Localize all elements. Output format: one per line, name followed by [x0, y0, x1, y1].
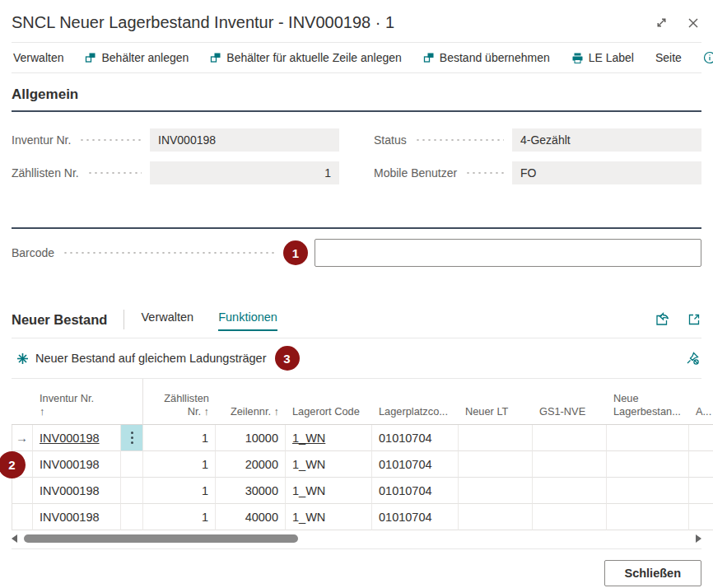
- col-lagerplatzcode[interactable]: Lagerplatzco...: [372, 379, 459, 425]
- share-icon[interactable]: [655, 312, 670, 327]
- general-fields: Inventur Nr. INV000198 Status 4-Gezählt …: [12, 128, 701, 184]
- cell-neuer-lt[interactable]: [459, 451, 533, 478]
- cell-zeilennr[interactable]: 40000: [216, 504, 286, 530]
- col-neue-lagerbestand[interactable]: Neue Lagerbestan...: [607, 379, 689, 425]
- status-label: Status: [374, 133, 407, 147]
- cell-neuer-lt[interactable]: [459, 504, 533, 530]
- table-row: INV000198 1 30000 1_WN 01010704: [12, 478, 713, 504]
- lagerort-code-link[interactable]: 1_WN: [292, 432, 325, 445]
- tab-verwalten[interactable]: Verwalten: [141, 310, 193, 329]
- cell-zaehllisten-nr[interactable]: 1: [143, 425, 216, 451]
- barcode-label: Barcode: [12, 246, 54, 259]
- dialog-page: SNCL Neuer Lagerbestand Inventur - INV00…: [0, 0, 713, 588]
- cell-zaehllisten-nr[interactable]: 1: [143, 451, 216, 478]
- cell-inventur-nr[interactable]: INV000198: [33, 451, 121, 478]
- toolbar-item-seite[interactable]: Seite: [655, 51, 682, 64]
- cell-inventur-nr[interactable]: INV000198: [33, 504, 121, 530]
- col-neuer-lt[interactable]: Neuer LT: [459, 379, 533, 425]
- subpage-header: Neuer Bestand Verwalten Funktionen: [12, 306, 701, 333]
- row-menu-cell[interactable]: [121, 478, 143, 504]
- cell-lagerplatzcode[interactable]: 01010704: [372, 425, 459, 451]
- cell-a[interactable]: [689, 504, 713, 530]
- toolbar-item-verwalten[interactable]: Verwalten: [13, 51, 63, 64]
- cell-neue-lagerbestand[interactable]: [607, 478, 689, 504]
- dialog-footer: Schließen: [12, 560, 701, 586]
- status-field[interactable]: 4-Gezählt: [512, 128, 701, 152]
- cell-zaehllisten-nr[interactable]: 1: [143, 478, 216, 504]
- cell-zeilennr[interactable]: 30000: [216, 478, 286, 504]
- cell-lagerplatzcode[interactable]: 01010704: [372, 478, 459, 504]
- toolbar-item-create-bin-for-line[interactable]: Behälter für aktuelle Zeile anlegen: [210, 51, 401, 64]
- row-selector-cell[interactable]: [12, 478, 33, 504]
- col-zaehllisten-nr[interactable]: Zähllisten Nr. ↑: [143, 379, 216, 425]
- cell-inventur-nr[interactable]: INV000198: [33, 478, 121, 504]
- info-icon[interactable]: [703, 51, 713, 64]
- toolbar-item-le-label[interactable]: LE Label: [571, 51, 634, 64]
- cell-a[interactable]: [689, 451, 713, 478]
- expand-dialog-icon[interactable]: [655, 16, 669, 30]
- cell-neue-lagerbestand[interactable]: [607, 425, 689, 451]
- cell-gs1-nve[interactable]: [533, 504, 607, 530]
- table-row: INV000198 1 20000 1_WN 01010704: [12, 451, 713, 478]
- cell-lagerplatzcode[interactable]: 01010704: [372, 504, 459, 530]
- row-menu-ellipsis[interactable]: [121, 425, 143, 451]
- cell-lagerplatzcode[interactable]: 01010704: [372, 451, 459, 478]
- scroll-right-arrow[interactable]: [696, 534, 701, 543]
- cell-gs1-nve[interactable]: [533, 478, 607, 504]
- close-dialog-icon[interactable]: [687, 16, 700, 30]
- sort-asc-icon: ↑: [274, 405, 279, 418]
- subpage-heading: Neuer Bestand: [12, 312, 107, 328]
- cell-gs1-nve[interactable]: [533, 425, 607, 451]
- cell-lagerort-code[interactable]: 1_WN: [286, 504, 372, 530]
- cell-neue-lagerbestand[interactable]: [607, 451, 689, 478]
- dotted-leader: [63, 252, 275, 254]
- scrollbar-track[interactable]: [21, 534, 692, 544]
- row-selector-cell[interactable]: →: [12, 425, 33, 451]
- cell-a[interactable]: [689, 478, 713, 504]
- inventur-nr-link[interactable]: INV000198: [40, 432, 100, 445]
- current-row-arrow-icon: →: [16, 431, 28, 445]
- cell-lagerort-code[interactable]: 1_WN: [286, 451, 372, 478]
- close-button[interactable]: Schließen: [604, 560, 702, 586]
- cell-a[interactable]: [689, 425, 713, 451]
- cell-gs1-nve[interactable]: [533, 451, 607, 478]
- cell-neuer-lt[interactable]: [459, 478, 533, 504]
- row-selector-cell[interactable]: [12, 504, 33, 530]
- barcode-input[interactable]: [315, 239, 701, 267]
- cell-zeilennr[interactable]: 20000: [216, 451, 286, 478]
- row-menu-cell[interactable]: [121, 504, 143, 530]
- col-gs1-nve[interactable]: GS1-NVE: [533, 379, 607, 425]
- cell-neue-lagerbestand[interactable]: [607, 504, 689, 530]
- col-a-truncated[interactable]: A...: [689, 379, 713, 425]
- toolbar-item-take-over-stock[interactable]: Bestand übernehmen: [423, 51, 550, 64]
- cell-zeilennr[interactable]: 10000: [216, 425, 286, 451]
- col-inventur-nr[interactable]: Inventur Nr.↑: [33, 379, 121, 425]
- scroll-left-arrow[interactable]: [12, 534, 17, 543]
- inventur-nr-field[interactable]: INV000198: [150, 128, 339, 152]
- action-new-stock-same-carrier[interactable]: Neuer Bestand auf gleichem Ladungsträger: [16, 352, 267, 365]
- row-menu-cell[interactable]: [121, 451, 143, 478]
- printer-icon: [571, 52, 584, 64]
- dotted-leader: [79, 139, 142, 141]
- dotted-leader: [415, 139, 504, 141]
- cell-lagerort-code[interactable]: 1_WN: [286, 478, 372, 504]
- scrollbar-thumb[interactable]: [24, 534, 298, 543]
- create-bin-line-icon: [210, 52, 221, 63]
- sort-asc-icon: ↑: [40, 405, 94, 418]
- toolbar-item-create-bin[interactable]: Behälter anlegen: [85, 51, 189, 64]
- cell-zaehllisten-nr[interactable]: 1: [143, 504, 216, 530]
- tab-funktionen[interactable]: Funktionen: [218, 310, 277, 331]
- unpin-icon[interactable]: [685, 351, 700, 366]
- zaehllisten-nr-label: Zähllisten Nr.: [12, 166, 79, 180]
- section-heading-allgemein: Allgemein: [12, 86, 701, 112]
- col-lagerort-code[interactable]: Lagerort Code: [286, 379, 372, 425]
- cell-neuer-lt[interactable]: [459, 425, 533, 451]
- focus-mode-icon[interactable]: [687, 312, 701, 327]
- col-zeilennr[interactable]: Zeilennr. ↑: [216, 379, 286, 425]
- mobile-benutzer-field[interactable]: FO: [512, 161, 701, 184]
- action-toolbar: Verwalten Behälter anlegen Behälter für …: [12, 42, 701, 73]
- barcode-row: Barcode 1: [12, 239, 701, 267]
- new-sparkle-icon: [16, 352, 29, 365]
- inventur-nr-label: Inventur Nr.: [12, 133, 71, 147]
- zaehllisten-nr-field[interactable]: 1: [150, 161, 339, 184]
